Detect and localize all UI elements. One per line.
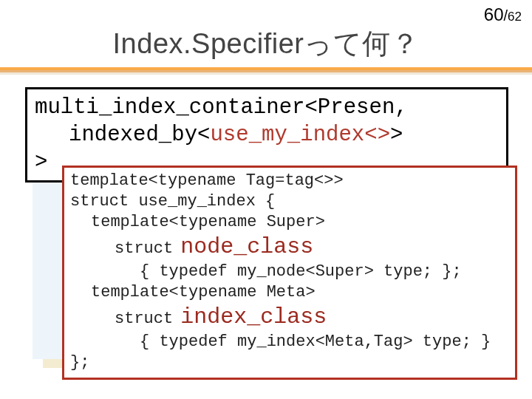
- code-keyword: use_my_index<>: [210, 123, 390, 147]
- slide-title: Index.Specifierって何？: [0, 25, 532, 63]
- page-current: 60: [484, 4, 504, 24]
- code-line: template<typename Meta>: [70, 282, 509, 303]
- code-box-inner: template<typename Tag=tag<>> struct use_…: [62, 166, 517, 380]
- code-line: multi_index_container<Presen,: [35, 94, 499, 121]
- rule-line: [0, 72, 532, 75]
- code-classname: index_class: [180, 303, 327, 331]
- code-keyword: struct: [115, 239, 173, 259]
- code-line: { typedef my_index<Meta,Tag> type; }: [70, 332, 509, 352]
- code-line: struct use_my_index {: [70, 191, 509, 212]
- code-line: template<typename Super>: [70, 212, 509, 233]
- code-line: indexed_by<use_my_index<>>: [35, 121, 499, 149]
- code-line: template<typename Tag=tag<>>: [70, 171, 509, 191]
- code-keyword: struct: [115, 309, 173, 330]
- page-number: 60/62: [484, 4, 522, 25]
- code-line: struct node_class: [70, 233, 509, 261]
- code-line: };: [70, 352, 509, 373]
- page-total: 62: [508, 10, 522, 24]
- code-line: struct index_class: [70, 303, 509, 331]
- code-classname: node_class: [180, 233, 313, 261]
- code-text: >: [390, 123, 403, 147]
- code-line: { typedef my_node<Super> type; };: [70, 262, 509, 282]
- title-rule: [0, 67, 532, 75]
- code-text: indexed_by<: [69, 123, 210, 147]
